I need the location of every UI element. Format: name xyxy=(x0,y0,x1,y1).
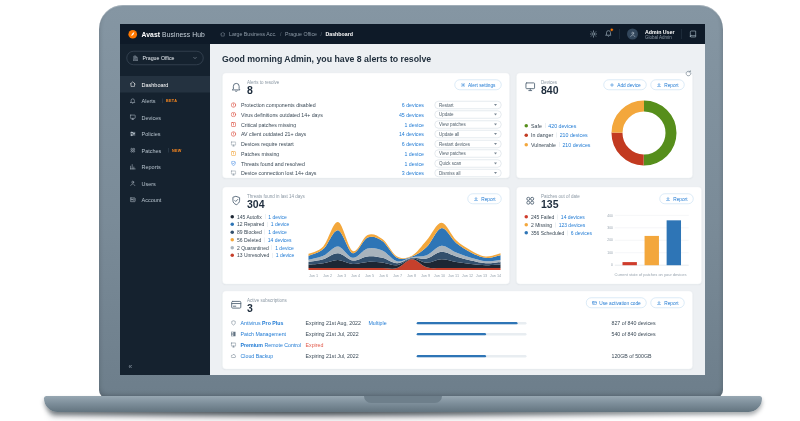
subscription-multiple-link[interactable]: Multiple xyxy=(369,320,417,326)
alert-action-dropdown[interactable]: Restart devices xyxy=(435,140,502,148)
user-menu[interactable]: Admin User Global Admin xyxy=(645,28,674,39)
sidebar-item-alerts[interactable]: Alerts BETA xyxy=(120,93,210,110)
alert-action-dropdown[interactable]: View patches xyxy=(435,150,502,158)
svg-text:0: 0 xyxy=(611,263,613,267)
alert-settings-button[interactable]: Alert settings xyxy=(455,80,502,91)
legend-link[interactable]: 14 devices xyxy=(268,237,292,243)
threats-report-button[interactable]: Report xyxy=(468,194,502,205)
subscription-row: Antivirus Pro Plus Expiring 21st Aug, 20… xyxy=(231,318,685,329)
user-role: Global Admin xyxy=(645,34,674,39)
alert-devices-link[interactable]: 1 device xyxy=(391,121,424,127)
subscriptions-card: Active subscriptions 3 Use activation co… xyxy=(222,291,693,370)
breadcrumb-item[interactable]: Prague Office xyxy=(285,31,317,37)
subscription-name-link[interactable]: Premium Remote Control xyxy=(231,342,306,348)
legend-link[interactable]: 210 devices xyxy=(562,142,590,148)
sidebar-item-patches[interactable]: Patches NEW xyxy=(120,142,210,159)
alert-row: Patches missing 1 device View patches xyxy=(231,149,502,159)
download-icon xyxy=(666,196,671,201)
alert-row: Critical patches missing 1 device View p… xyxy=(231,120,502,130)
legend-link[interactable]: 1 device xyxy=(271,222,290,228)
alert-devices-link[interactable]: 3 devices xyxy=(391,170,424,176)
notifications-button[interactable] xyxy=(605,29,613,39)
legend-dot xyxy=(525,133,529,137)
legend-dot xyxy=(525,231,529,235)
alert-devices-link[interactable]: 45 devices xyxy=(391,112,424,118)
subscriptions-report-button[interactable]: Report xyxy=(651,298,685,309)
alert-danger-icon xyxy=(231,131,237,137)
credit-card-icon xyxy=(231,299,243,311)
alert-action-dropdown[interactable]: Quick scan xyxy=(435,159,502,167)
alert-action-dropdown[interactable]: Update xyxy=(435,111,502,119)
legend-dot xyxy=(231,238,235,242)
alert-devices-link[interactable]: 1 device xyxy=(391,151,424,157)
subscription-name-link[interactable]: Patch Management xyxy=(231,331,306,337)
alert-devices-link[interactable]: 1 device xyxy=(391,160,424,166)
subscription-expiry: Expiring 21st Aug, 2022 xyxy=(306,320,369,326)
patches-card: Patches out of date 135 Report xyxy=(516,187,702,285)
legend-label: In danger xyxy=(531,132,553,138)
subscription-name-link[interactable]: Antivirus Pro Plus xyxy=(231,320,306,326)
use-activation-code-button[interactable]: Use activation code xyxy=(586,298,647,309)
alert-action-dropdown[interactable]: Dismiss all xyxy=(435,169,502,177)
alert-shield-icon xyxy=(231,160,237,166)
refresh-icon[interactable] xyxy=(685,70,692,77)
legend-link[interactable]: 1 device xyxy=(268,229,287,235)
devices-legend: Safe 420 devices In danger 210 devices xyxy=(525,119,591,151)
knowledge-base-icon[interactable] xyxy=(689,30,697,38)
legend-link[interactable]: 1 device xyxy=(276,253,295,259)
office-selector[interactable]: Prague Office xyxy=(127,51,204,65)
sidebar-item-policies[interactable]: Policies xyxy=(120,126,210,143)
alert-text: Device connection lost 14+ days xyxy=(241,170,387,176)
alert-devices-link[interactable]: 6 devices xyxy=(391,141,424,147)
gear-icon xyxy=(461,82,466,87)
legend-dot xyxy=(231,246,235,250)
legend-link[interactable]: 123 devices xyxy=(559,222,586,228)
alert-action-dropdown[interactable]: View patches xyxy=(435,120,502,128)
sidebar-collapse-button[interactable]: « xyxy=(129,363,133,371)
legend-item: 245 Failed14 devices xyxy=(525,214,599,220)
sidebar-item-account[interactable]: Account xyxy=(120,192,210,209)
subscription-name-link[interactable]: Cloud Backup xyxy=(231,353,306,359)
legend-link[interactable]: 1 device xyxy=(275,245,294,251)
sidebar-item-users[interactable]: Users xyxy=(120,175,210,192)
legend-link[interactable]: 6 devices xyxy=(571,230,592,236)
legend-link[interactable]: 420 devices xyxy=(548,123,576,129)
alert-action-dropdown[interactable]: Update all xyxy=(435,130,502,138)
svg-text:400: 400 xyxy=(607,214,613,218)
add-device-button[interactable]: Add device xyxy=(604,80,647,91)
patches-icon xyxy=(130,147,137,154)
alert-devices-link[interactable]: 6 devices xyxy=(391,102,424,108)
alert-text: Critical patches missing xyxy=(241,121,387,127)
sidebar-item-dashboard[interactable]: Dashboard xyxy=(120,76,210,93)
home-icon xyxy=(220,31,226,37)
alert-devices-link[interactable]: 14 devices xyxy=(391,131,424,137)
legend-dot xyxy=(231,254,235,258)
sidebar: Prague Office Dashboard Alerts BETA xyxy=(120,44,210,375)
alert-danger-icon xyxy=(231,102,237,108)
subscriptions-count: 3 xyxy=(247,303,287,314)
dashboard-icon xyxy=(130,81,137,88)
legend-link[interactable]: 210 devices xyxy=(560,132,588,138)
patches-legend: 245 Failed14 devices 2 Missing123 device… xyxy=(525,212,599,278)
sidebar-item-reports[interactable]: Reports xyxy=(120,159,210,176)
legend-divider xyxy=(272,253,273,258)
legend-label: 356 Scheduled xyxy=(531,230,564,236)
legend-divider xyxy=(545,123,546,128)
settings-gear-icon[interactable] xyxy=(590,30,598,38)
devices-report-button[interactable]: Report xyxy=(651,80,685,91)
patches-report-button[interactable]: Report xyxy=(660,194,694,205)
caret-down-icon xyxy=(494,153,497,155)
alert-row: Devices require restart 6 devices Restar… xyxy=(231,139,502,149)
sidebar-item-label: Devices xyxy=(142,114,162,120)
legend-divider xyxy=(555,222,556,227)
avatar[interactable] xyxy=(627,29,638,40)
patches-bar-chart: 0100200300400 Current state of patches o… xyxy=(599,212,694,278)
brand-title: Avast Business Hub xyxy=(142,30,205,38)
grid-icon xyxy=(231,331,237,337)
legend-link[interactable]: 1 device xyxy=(268,214,287,220)
alert-action-dropdown[interactable]: Restart xyxy=(435,101,502,109)
sidebar-item-devices[interactable]: Devices xyxy=(120,109,210,126)
legend-link[interactable]: 14 devices xyxy=(561,214,585,220)
breadcrumb-item[interactable]: Large Business Acc. xyxy=(229,31,277,37)
new-badge: NEW xyxy=(168,148,182,153)
